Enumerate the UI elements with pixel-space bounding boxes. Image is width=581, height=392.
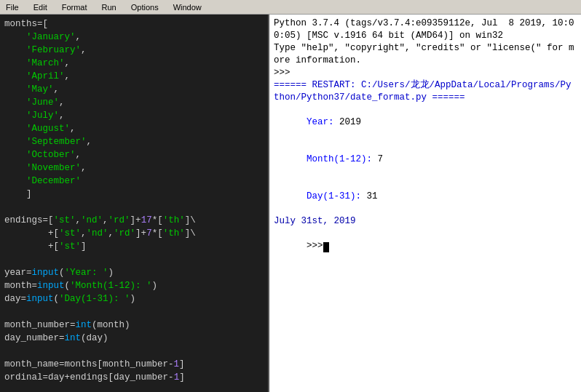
menu-options[interactable]: Options: [128, 2, 162, 12]
code-line: ordinal=day+endings[day_number-1]: [0, 371, 268, 384]
month-value: 7: [378, 154, 384, 164]
code-line: +['st','nd','rd']+7*['th']\: [0, 227, 268, 240]
code-line: 'December': [0, 175, 268, 188]
code-line: +['st']: [0, 240, 268, 253]
code-line: 'April',: [0, 70, 268, 83]
code-line: 'June',: [0, 96, 268, 109]
code-line: day_number=int(day): [0, 332, 268, 345]
menu-bar: File Edit Format Run Options Window: [0, 0, 581, 15]
code-line: month_name=months[month_number-1]: [0, 358, 268, 371]
code-line: ]: [0, 188, 268, 201]
month-label: Month(1-12):: [307, 154, 378, 164]
console-header: Python 3.7.4 (tags/v3.7.4:e09359112e, Ju…: [274, 17, 577, 42]
code-line: 'October',: [0, 148, 268, 161]
code-line: 'August',: [0, 122, 268, 135]
code-line: 'July',: [0, 109, 268, 122]
code-line: year=input('Year: '): [0, 266, 268, 279]
console-restart: ====== RESTART: C:/Users/龙龙/AppData/Loca…: [274, 79, 577, 104]
console-panel[interactable]: Python 3.7.4 (tags/v3.7.4:e09359112e, Ju…: [269, 15, 581, 392]
menu-window[interactable]: Window: [170, 2, 205, 12]
console-prompt-1: >>>: [274, 67, 577, 79]
code-line: [0, 384, 268, 392]
code-line: 'May',: [0, 83, 268, 96]
code-line: [0, 305, 268, 319]
code-line: 'September',: [0, 135, 268, 148]
code-line: endings=['st','nd','rd']+17*['th']\: [0, 214, 268, 227]
code-line: 'February',: [0, 44, 268, 57]
code-line: month_number=int(month): [0, 319, 268, 332]
code-line: month=input('Month(1-12): '): [0, 279, 268, 292]
year-value: 2019: [339, 117, 361, 127]
menu-edit[interactable]: Edit: [31, 2, 50, 12]
menu-run[interactable]: Run: [99, 2, 119, 12]
day-label: Day(1-31):: [307, 191, 367, 201]
console-prompt-2: >>>: [274, 228, 577, 265]
console-month-line: Month(1-12): 7: [274, 141, 577, 178]
main-area: months=[ 'January', 'February', 'March',…: [0, 15, 581, 392]
code-line: 'November',: [0, 161, 268, 175]
code-line: 'March',: [0, 57, 268, 70]
code-line: 'January',: [0, 31, 268, 44]
console-day-line: Day(1-31): 31: [274, 178, 577, 215]
day-value: 31: [367, 191, 378, 201]
menu-file[interactable]: File: [3, 2, 22, 12]
menu-format[interactable]: Format: [59, 2, 90, 12]
console-year-line: Year: 2019: [274, 104, 577, 141]
editor-panel[interactable]: months=[ 'January', 'February', 'March',…: [0, 15, 269, 392]
year-label: Year:: [307, 117, 339, 127]
code-line: [0, 201, 268, 214]
code-line: months=[: [0, 17, 268, 31]
cursor: [323, 242, 329, 252]
code-line: day=input('Day(1-31): '): [0, 292, 268, 305]
console-type-help: Type "help", "copyright", "credits" or "…: [274, 42, 577, 67]
console-result: July 31st, 2019: [274, 215, 577, 228]
code-line: [0, 345, 268, 358]
code-line: [0, 253, 268, 266]
